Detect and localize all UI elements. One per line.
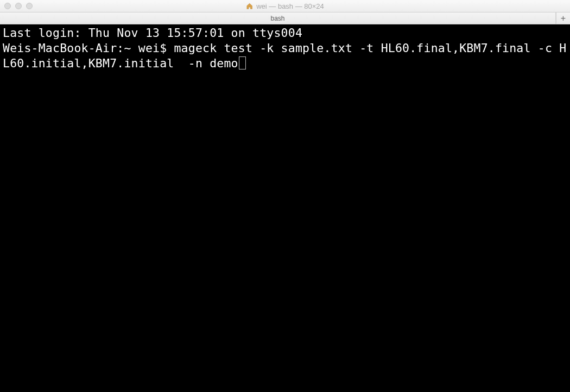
home-icon <box>246 3 253 10</box>
window-title: wei — bash — 80×24 <box>246 2 324 10</box>
tab-bar: bash + <box>0 12 570 24</box>
zoom-window-button[interactable] <box>26 3 33 9</box>
terminal-viewport[interactable]: Last login: Thu Nov 13 15:57:01 on ttys0… <box>0 24 570 392</box>
tab-bash[interactable]: bash <box>0 12 556 24</box>
close-window-button[interactable] <box>4 3 11 9</box>
plus-icon: + <box>561 14 566 23</box>
last-login-line: Last login: Thu Nov 13 15:57:01 on ttys0… <box>3 26 302 40</box>
tab-label: bash <box>270 15 284 22</box>
new-tab-button[interactable]: + <box>556 12 570 24</box>
window-title-text: wei — bash — 80×24 <box>256 2 324 10</box>
prompt-line: Weis-MacBook-Air:~ wei$ mageck test -k s… <box>3 41 566 70</box>
window-titlebar: wei — bash — 80×24 <box>0 0 570 12</box>
terminal-output: Last login: Thu Nov 13 15:57:01 on ttys0… <box>3 26 567 71</box>
cursor <box>239 56 246 69</box>
traffic-lights <box>4 3 33 9</box>
minimize-window-button[interactable] <box>15 3 22 9</box>
